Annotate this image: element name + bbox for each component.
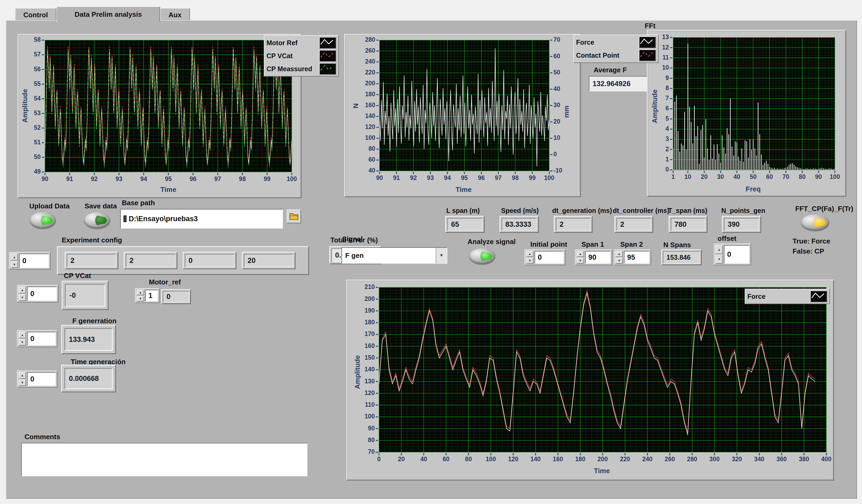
speed-label: Speed (m/s) (501, 207, 539, 214)
decrement-button[interactable]: ▼ (526, 257, 534, 264)
decrement-button[interactable]: ▼ (615, 257, 623, 264)
average-f-value: 132.964926 (589, 76, 649, 91)
fft-toggle-false-note: False: CP (793, 247, 824, 256)
experiment-index-stepper[interactable]: ▲▼ 0 (9, 252, 51, 269)
t-span-value: 780 (669, 216, 707, 233)
fft-plot (648, 30, 846, 196)
time-gen-index-stepper[interactable]: ▲▼ 0 (17, 371, 57, 387)
force-span-plot (347, 280, 833, 480)
led-green-icon (41, 215, 53, 226)
span2-field[interactable]: 95 (624, 251, 650, 264)
decrement-button[interactable]: ▼ (18, 379, 26, 386)
span2-stepper[interactable]: ▲▼ 95 (614, 249, 651, 265)
initial-point-stepper[interactable]: ▲▼ 0 (524, 249, 565, 265)
increment-button[interactable]: ▲ (18, 372, 26, 379)
legend-item-motor-ref[interactable]: Motor Ref (266, 37, 336, 49)
analyze-signal-button[interactable] (469, 248, 495, 264)
increment-button[interactable]: ▲ (18, 287, 26, 293)
legend-item-force[interactable]: Force (576, 37, 656, 48)
increment-button[interactable]: ▲ (137, 290, 144, 295)
legend-item-contact-point[interactable]: Contact Point (576, 50, 656, 61)
time-gen-value: 0.000668 (61, 365, 116, 392)
legend-item-cp-vcat[interactable]: CP VCat (266, 50, 336, 62)
f-gen-index-stepper[interactable]: ▲▼ 0 (17, 330, 57, 347)
tab-control[interactable]: Control (15, 8, 56, 21)
increment-button[interactable]: ▲ (716, 245, 723, 254)
span1-label: Span 1 (582, 240, 604, 249)
experiment-config-label: Experiment config (62, 236, 122, 244)
upload-data-button[interactable] (30, 212, 56, 229)
tab-data-prelim-analysis[interactable]: Data Prelim analysis (56, 6, 160, 22)
cp-vcat-index-field[interactable]: 0 (27, 287, 57, 301)
experiment-config-cluster: 2 2 0 20 (57, 246, 309, 275)
legend-line-sample-icon (319, 50, 336, 62)
led-dark-green-icon (95, 215, 108, 226)
motor-ref-index-field[interactable]: 1 (145, 290, 158, 302)
upload-data-label: Upload Data (29, 202, 70, 210)
force-time-y2label: mm (562, 106, 571, 118)
increment-button[interactable]: ▲ (615, 251, 623, 257)
time-gen-index-field[interactable]: 0 (27, 372, 56, 386)
tab-label: Aux (168, 11, 181, 19)
signal-label: Signal (342, 235, 363, 243)
experiment-config-item: 2 (65, 252, 118, 269)
increment-button[interactable]: ▲ (18, 332, 26, 339)
motor-cp-ylabel: Amplitude (21, 89, 29, 122)
offset-stepper[interactable]: ▲▼ 0 (714, 243, 751, 265)
fft-xlabel: Freq (746, 185, 761, 193)
motor-ref-index-stepper[interactable]: ▲▼ 1 (135, 288, 160, 303)
legend-line-sample-icon (639, 50, 656, 61)
force-time-graph (344, 34, 581, 197)
tab-label: Control (23, 11, 48, 19)
folder-icon (289, 213, 298, 220)
analyze-signal-label: Analyze signal (468, 238, 516, 246)
decrement-button[interactable]: ▼ (18, 339, 26, 346)
signal-dropdown[interactable]: F gen ▼ (341, 247, 447, 264)
save-data-label: Save data (84, 202, 117, 210)
cp-vcat-index-stepper[interactable]: ▲▼ 0 (17, 285, 58, 303)
increment-button[interactable]: ▲ (526, 251, 534, 257)
fft-graph (647, 30, 846, 197)
l-span-label: L span (m) (446, 207, 480, 214)
dropdown-button[interactable]: ▼ (436, 248, 447, 263)
experiment-index-field[interactable]: 0 (19, 254, 49, 268)
comments-input[interactable] (21, 443, 308, 476)
experiment-config-item: 2 (124, 252, 178, 269)
force-time-ylabel: N (352, 103, 360, 108)
span1-field[interactable]: 90 (585, 251, 611, 264)
force-span-ylabel: Amplitude (353, 355, 362, 389)
led-yellow-icon (813, 217, 827, 228)
legend-line-sample-icon (639, 37, 656, 48)
n-spans-label: N Spans (663, 241, 691, 249)
fft-toggle-button[interactable] (801, 214, 829, 231)
speed-value: 83.3333 (499, 216, 539, 233)
increment-button[interactable]: ▲ (577, 251, 584, 257)
legend-item-cp-meassured[interactable]: CP Meassured (266, 63, 336, 75)
offset-field[interactable]: 0 (724, 245, 749, 264)
tab-aux[interactable]: Aux (160, 8, 190, 21)
initial-point-field[interactable]: 0 (535, 251, 564, 264)
initial-point-label: Initial point (530, 240, 567, 249)
increment-button[interactable]: ▲ (11, 254, 18, 261)
motor-ref-label: Motor_ref (149, 278, 181, 286)
force-span-xlabel: Time (594, 467, 610, 475)
motor-cp-plot (18, 35, 301, 198)
experiment-config-item: 20 (242, 252, 296, 269)
browse-path-button[interactable] (287, 210, 301, 223)
base-path-label: Base path (122, 199, 155, 207)
span1-stepper[interactable]: ▲▼ 90 (575, 249, 612, 265)
legend-item-force[interactable]: Force (747, 291, 827, 302)
force-time-legend: Force Contact Point (573, 35, 658, 63)
force-time-plot (345, 35, 580, 197)
base-path-input[interactable]: D:\Ensayo\pruebas3 (120, 209, 283, 229)
decrement-button[interactable]: ▼ (18, 294, 26, 301)
decrement-button[interactable]: ▼ (577, 257, 584, 264)
decrement-button[interactable]: ▼ (11, 261, 18, 268)
legend-line-sample-icon (319, 37, 336, 49)
decrement-button[interactable]: ▼ (137, 296, 144, 302)
decrement-button[interactable]: ▼ (716, 255, 723, 264)
dt-controller-label: dt_controller (ms) (613, 207, 669, 214)
save-data-button[interactable] (84, 212, 110, 229)
f-gen-index-field[interactable]: 0 (27, 332, 56, 346)
fft-ylabel: Amplitude (651, 89, 659, 123)
